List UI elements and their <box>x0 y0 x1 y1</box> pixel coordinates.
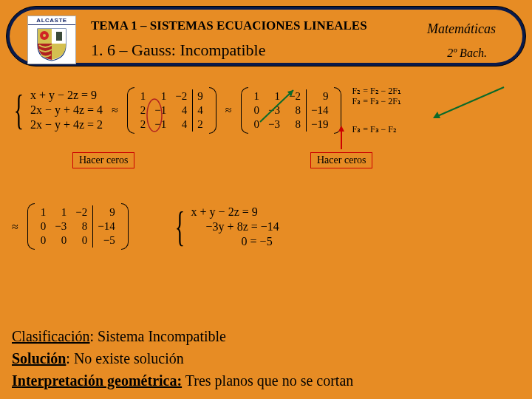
approx-icon: ≈ <box>225 103 232 117</box>
topic-title: TEMA 1 – SISTEMAS ECUACIONES LINEALES <box>91 18 431 33</box>
svg-marker-9 <box>433 112 440 118</box>
geometry-label: Interpretación geométrica: <box>12 372 182 389</box>
svg-rect-0 <box>56 32 62 41</box>
matrix-1: 122 1−1−1 −244 942 <box>127 87 216 134</box>
matrix-2: 100 1−3−3 −288 9−14−19 <box>241 87 342 134</box>
svg-line-8 <box>436 87 504 117</box>
hacer-ceros-label: Hacer ceros <box>310 152 372 168</box>
eq-line: 2x − y + 4z = 4 <box>30 103 103 117</box>
approx-icon: ≈ <box>112 103 118 117</box>
subject-label: Matemáticas <box>427 21 496 37</box>
content-area: { x + y − 2z = 9 2x − y + 4z = 4 2x − y … <box>9 81 523 392</box>
equation-system-1: x + y − 2z = 9 2x − y + 4z = 4 2x − y + … <box>30 88 103 132</box>
eq-line: −3y + 8z = −14 <box>191 219 279 234</box>
section-subtitle: 1. 6 – Gauss: Incompatible <box>91 41 431 60</box>
row-operations: F₂ = F₂ − 2F₁ F₃ = F₃ − 2F₁ <box>352 86 401 106</box>
hacer-ceros-label: Hacer ceros <box>72 152 134 168</box>
arrow-green-icon <box>423 81 511 126</box>
left-brace-icon: { <box>14 89 24 131</box>
left-brace-icon: { <box>174 206 184 248</box>
classification-label: Clasificación <box>12 328 90 344</box>
solution-text: : No existe solución <box>66 350 183 366</box>
level-label: 2º Bach. <box>447 47 487 60</box>
solution-label: Solución <box>12 350 66 366</box>
matrix-3: 100 1−30 −280 9−14−5 <box>27 203 129 250</box>
header-bar: ALCASTE TEMA 1 – SISTEMAS ECUAC <box>6 6 526 66</box>
eq-line: 2x − y + 4z = 2 <box>30 117 103 132</box>
row-operation-3: F₃ = F₃ − F₂ <box>352 124 401 134</box>
logo-label: ALCASTE <box>28 16 75 25</box>
header-inner: ALCASTE TEMA 1 – SISTEMAS ECUAC <box>10 10 522 63</box>
equation-system-2: x + y − 2z = 9 −3y + 8z = −14 0 = −5 <box>191 205 279 249</box>
title-block: TEMA 1 – SISTEMAS ECUACIONES LINEALES 1.… <box>91 18 431 60</box>
eq-line: x + y − 2z = 9 <box>30 88 103 103</box>
school-logo: ALCASTE <box>27 16 76 64</box>
classification-text: : Sistema Incompatible <box>90 328 226 344</box>
approx-icon: ≈ <box>12 220 18 233</box>
geometry-text: Tres planos que no se cortan <box>182 372 353 389</box>
eq-line: 0 = −5 <box>191 234 279 249</box>
shield-icon <box>35 27 69 61</box>
eq-line: x + y − 2z = 9 <box>191 205 279 219</box>
conclusion-block: Clasificación: Sistema Incompatible Solu… <box>12 325 353 392</box>
svg-point-2 <box>43 34 46 37</box>
